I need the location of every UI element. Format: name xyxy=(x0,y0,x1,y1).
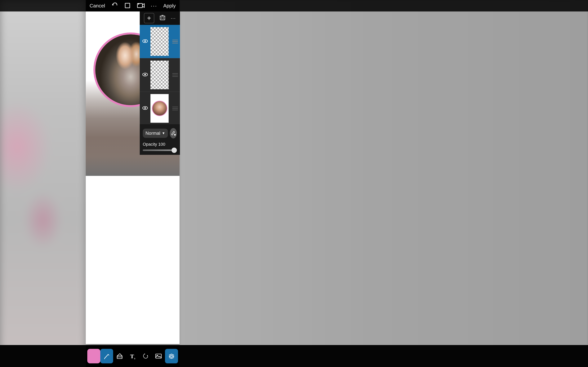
layer-visibility-toggle-3[interactable] xyxy=(141,106,149,111)
svg-text:T: T xyxy=(130,353,134,359)
blend-mode-row: Normal ▼ xyxy=(143,128,177,138)
properties-panel: Normal ▼ Opacity 100 xyxy=(140,124,180,155)
image-tool-button[interactable] xyxy=(152,349,165,363)
layer-thumbnail-3 xyxy=(150,94,169,123)
paint-bucket-button[interactable] xyxy=(170,128,177,138)
svg-rect-1 xyxy=(125,3,130,8)
layer-visibility-toggle-2[interactable] xyxy=(141,72,149,78)
brush-tool-button[interactable] xyxy=(100,349,113,363)
apply-button[interactable]: Apply xyxy=(163,3,176,9)
more-options-button[interactable]: ··· xyxy=(151,2,157,9)
svg-point-15 xyxy=(174,134,176,135)
svg-line-16 xyxy=(174,131,174,132)
blend-mode-arrow: ▼ xyxy=(162,131,165,135)
bg-left-blur xyxy=(0,0,86,367)
opacity-label: Opacity 100 xyxy=(143,142,177,147)
blend-mode-dropdown[interactable]: Normal ▼ xyxy=(143,129,168,138)
svg-point-3 xyxy=(138,3,139,5)
add-layer-button[interactable]: + xyxy=(144,13,154,23)
text-tool-button[interactable]: T xyxy=(126,349,139,363)
video-button[interactable] xyxy=(137,2,145,9)
layer-visibility-toggle-1[interactable] xyxy=(141,39,149,44)
undo-button[interactable] xyxy=(111,2,118,10)
svg-point-23 xyxy=(147,355,148,356)
opacity-slider-thumb[interactable] xyxy=(172,148,177,153)
layer-thumbnail-2 xyxy=(150,61,169,89)
crop-button[interactable] xyxy=(124,2,131,9)
color-swatch-button[interactable] xyxy=(87,349,100,363)
layer-item-1[interactable] xyxy=(140,25,180,58)
cancel-button[interactable]: Cancel xyxy=(90,3,105,9)
layers-toolbar: + ··· xyxy=(140,11,180,25)
layers-more-button[interactable]: ··· xyxy=(171,16,176,21)
svg-rect-4 xyxy=(160,16,165,20)
layer-drag-handle-1[interactable] xyxy=(172,39,179,44)
svg-point-14 xyxy=(144,107,146,109)
layer-item-2[interactable] xyxy=(140,58,180,92)
opacity-slider-track[interactable] xyxy=(143,150,177,151)
layer-item-3[interactable] xyxy=(140,92,180,125)
svg-point-10 xyxy=(144,40,146,42)
layers-tool-button[interactable] xyxy=(165,349,178,363)
bg-right-blur xyxy=(180,0,588,367)
layer-drag-handle-2[interactable] xyxy=(172,72,179,78)
bottom-toolbar: T xyxy=(0,345,588,367)
svg-point-22 xyxy=(144,354,145,354)
selection-tool-button[interactable] xyxy=(139,349,152,363)
blend-mode-label: Normal xyxy=(146,131,160,136)
delete-layer-button[interactable] xyxy=(159,15,165,22)
layer-drag-handle-3[interactable] xyxy=(172,106,179,111)
eraser-tool-button[interactable] xyxy=(113,349,126,363)
layer-thumbnail-1 xyxy=(150,27,169,56)
main-top-bar: Cancel ··· Apply xyxy=(0,0,588,11)
layers-panel: + ··· xyxy=(140,11,180,125)
svg-point-12 xyxy=(144,74,146,75)
svg-rect-24 xyxy=(156,354,161,358)
